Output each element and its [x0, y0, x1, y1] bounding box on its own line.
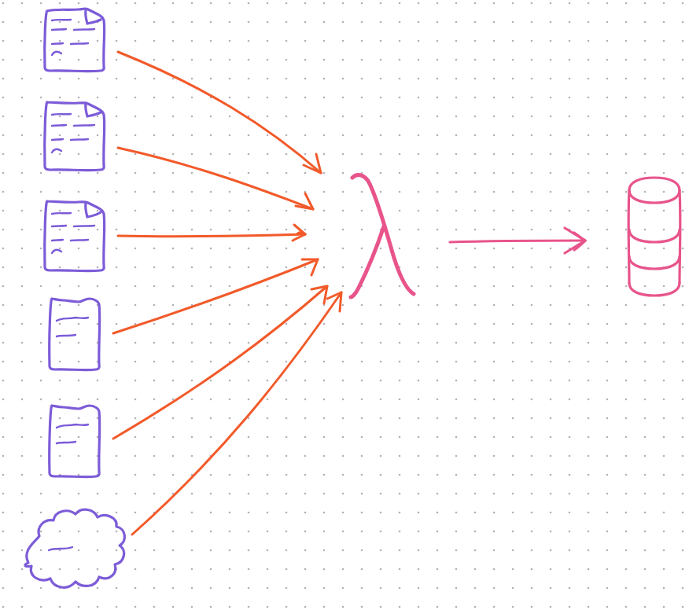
diagram-canvas: λ — [0, 0, 700, 610]
diagram-svg: λ — [0, 0, 700, 610]
dot-grid-background — [0, 0, 700, 610]
